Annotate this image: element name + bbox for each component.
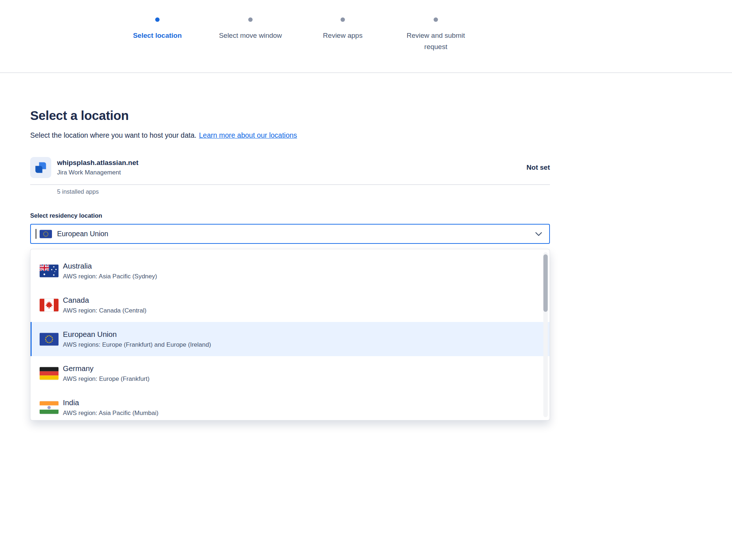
option-detail: AWS region: Canada (Central) <box>63 307 146 314</box>
site-info: whipsplash.atlassian.net Jira Work Manag… <box>57 159 527 176</box>
option-detail: AWS regions: Europe (Frankfurt) and Euro… <box>63 341 211 349</box>
residency-select-label: Select residency location <box>30 212 550 219</box>
step-dot <box>434 17 438 22</box>
wizard-stepper: Select location Select move window Revie… <box>0 0 732 73</box>
eu-flag-icon <box>40 230 52 238</box>
step-dot <box>341 17 345 22</box>
installed-apps-count: 5 installed apps <box>57 188 550 195</box>
residency-select[interactable]: European Union <box>30 224 550 244</box>
step-label: Review and submit request <box>398 30 474 52</box>
option-name: European Union <box>63 330 211 339</box>
step-dot-active <box>155 17 160 22</box>
location-dropdown: Australia AWS region: Asia Pacific (Sydn… <box>30 249 550 420</box>
option-name: Canada <box>63 296 146 305</box>
site-domain: whipsplash.atlassian.net <box>57 159 527 167</box>
page-intro: Select the location where you want to ho… <box>30 131 550 140</box>
site-card: whipsplash.atlassian.net Jira Work Manag… <box>30 157 550 178</box>
main-content: Select a location Select the location wh… <box>30 108 550 420</box>
option-germany[interactable]: Germany AWS region: Europe (Frankfurt) <box>31 356 550 390</box>
step-label: Select location <box>119 30 196 41</box>
option-australia[interactable]: Australia AWS region: Asia Pacific (Sydn… <box>31 254 550 288</box>
option-detail: AWS region: Europe (Frankfurt) <box>63 375 149 383</box>
option-name: India <box>63 398 158 407</box>
option-name: Australia <box>63 262 157 270</box>
step-review-apps: Review apps <box>305 17 381 41</box>
step-select-location: Select location <box>119 17 196 41</box>
option-canada[interactable]: Canada AWS region: Canada (Central) <box>31 288 550 322</box>
option-name: Germany <box>63 364 149 373</box>
residency-status-badge: Not set <box>527 164 550 172</box>
step-dot <box>248 17 253 22</box>
germany-flag-icon <box>40 367 59 380</box>
eu-flag-icon <box>40 333 59 346</box>
site-product: Jira Work Management <box>57 169 527 176</box>
option-european-union[interactable]: European Union AWS regions: Europe (Fran… <box>31 322 550 356</box>
india-flag-icon <box>40 401 59 414</box>
option-detail: AWS region: Asia Pacific (Sydney) <box>63 273 157 280</box>
australia-flag-icon <box>40 264 59 278</box>
option-india[interactable]: India AWS region: Asia Pacific (Mumbai) <box>31 390 550 420</box>
data-residency-wizard: Select location Select move window Revie… <box>0 0 732 560</box>
jira-icon <box>30 157 51 178</box>
site-divider <box>30 184 550 185</box>
scrollbar-thumb[interactable] <box>543 254 548 312</box>
intro-text: Select the location where you want to ho… <box>30 131 196 139</box>
learn-more-link[interactable]: Learn more about our locations <box>199 131 297 139</box>
step-label: Select move window <box>212 30 289 41</box>
text-caret <box>36 229 36 239</box>
page-title: Select a location <box>30 108 550 123</box>
step-select-move-window: Select move window <box>212 17 289 41</box>
option-detail: AWS region: Asia Pacific (Mumbai) <box>63 410 158 417</box>
canada-flag-icon <box>40 298 59 312</box>
step-review-and-submit: Review and submit request <box>398 17 474 52</box>
step-label: Review apps <box>305 30 381 41</box>
selected-value: European Union <box>57 230 108 238</box>
chevron-down-icon <box>535 232 542 236</box>
